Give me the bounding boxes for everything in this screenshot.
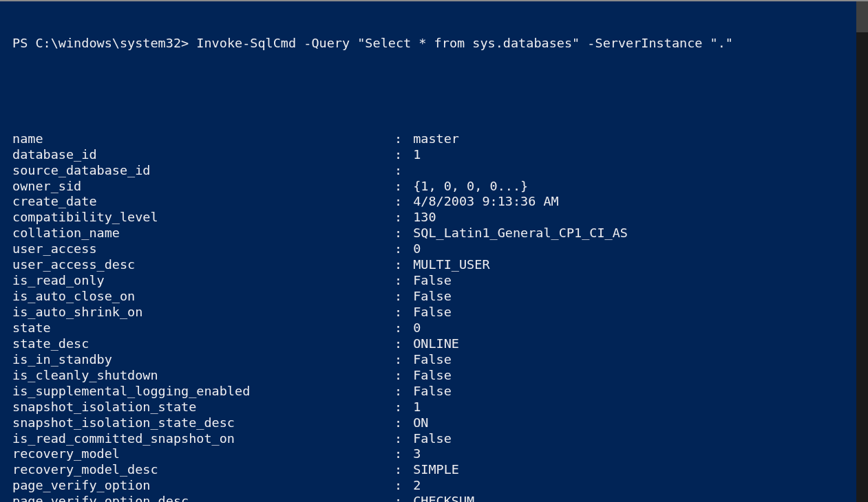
field-separator: :	[394, 462, 405, 478]
field-name: is_auto_close_on	[12, 289, 394, 305]
field-value: 1	[405, 147, 421, 163]
field-separator: :	[394, 131, 405, 147]
field-name: recovery_model	[12, 446, 394, 462]
field-separator: :	[394, 352, 405, 368]
field-name: state	[12, 320, 394, 336]
field-name: database_id	[12, 147, 394, 163]
field-separator: :	[394, 305, 405, 320]
field-separator: :	[394, 179, 405, 195]
prompt-prefix: PS C:\windows\system32>	[12, 36, 189, 50]
field-separator: :	[394, 384, 405, 400]
output-row: name: master	[12, 131, 862, 147]
output-row: is_cleanly_shutdown: False	[12, 368, 862, 384]
field-value: False	[405, 431, 452, 447]
field-name: is_cleanly_shutdown	[12, 368, 394, 384]
field-value: SIMPLE	[405, 462, 459, 478]
field-value: False	[405, 352, 452, 368]
field-name: name	[12, 131, 394, 147]
output-row: is_auto_close_on: False	[12, 289, 862, 305]
field-name: snapshot_isolation_state_desc	[12, 415, 394, 431]
output-row: state: 0	[12, 320, 862, 336]
field-separator: :	[394, 194, 405, 210]
field-separator: :	[394, 446, 405, 462]
field-name: is_supplemental_logging_enabled	[12, 384, 394, 400]
field-name: is_in_standby	[12, 352, 394, 368]
command-text: Invoke-SqlCmd -Query "Select * from sys.…	[196, 36, 733, 50]
field-separator: :	[394, 226, 405, 241]
output-row: database_id: 1	[12, 147, 862, 163]
output-row: snapshot_isolation_state_desc: ON	[12, 415, 862, 431]
output-row: snapshot_isolation_state: 1	[12, 400, 862, 415]
field-name: snapshot_isolation_state	[12, 400, 394, 415]
output-row: collation_name: SQL_Latin1_General_CP1_C…	[12, 226, 862, 241]
field-name: recovery_model_desc	[12, 462, 394, 478]
query-output: name: masterdatabase_id: 1source_databas…	[12, 131, 862, 502]
output-row: page_verify_option: 2	[12, 478, 862, 494]
field-value: 0	[405, 320, 421, 336]
field-separator: :	[394, 147, 405, 163]
field-separator: :	[394, 336, 405, 352]
vertical-scrollbar[interactable]	[856, 1, 868, 502]
output-row: state_desc: ONLINE	[12, 336, 862, 352]
output-row: is_auto_shrink_on: False	[12, 305, 862, 320]
output-row: is_supplemental_logging_enabled: False	[12, 384, 862, 400]
output-row: is_read_only: False	[12, 273, 862, 289]
field-value: 130	[405, 210, 436, 226]
field-separator: :	[394, 415, 405, 431]
field-value: 4/8/2003 9:13:36 AM	[405, 194, 559, 210]
output-row: user_access_desc: MULTI_USER	[12, 257, 862, 273]
field-separator: :	[394, 241, 405, 257]
scrollbar-thumb[interactable]	[856, 1, 868, 32]
field-value: 1	[405, 400, 421, 415]
field-name: is_read_only	[12, 273, 394, 289]
field-name: is_auto_shrink_on	[12, 305, 394, 320]
field-separator: :	[394, 210, 405, 226]
field-separator: :	[394, 431, 405, 447]
output-row: user_access: 0	[12, 241, 862, 257]
field-separator: :	[394, 494, 405, 502]
field-value: False	[405, 384, 452, 400]
field-separator: :	[394, 400, 405, 415]
field-name: owner_sid	[12, 179, 394, 195]
field-value: ONLINE	[405, 336, 459, 352]
field-separator: :	[394, 368, 405, 384]
output-row: page_verify_option_desc: CHECKSUM	[12, 494, 862, 502]
output-row: create_date: 4/8/2003 9:13:36 AM	[12, 194, 862, 210]
command-line: PS C:\windows\system32> Invoke-SqlCmd -Q…	[12, 36, 862, 52]
field-name: user_access_desc	[12, 257, 394, 273]
field-value: ON	[405, 415, 428, 431]
output-row: compatibility_level: 130	[12, 210, 862, 226]
field-name: collation_name	[12, 226, 394, 241]
field-value: False	[405, 368, 452, 384]
field-value: False	[405, 305, 452, 320]
field-separator: :	[394, 273, 405, 289]
field-separator: :	[394, 320, 405, 336]
field-name: is_read_committed_snapshot_on	[12, 431, 394, 447]
field-name: user_access	[12, 241, 394, 257]
field-separator: :	[394, 257, 405, 273]
field-value: SQL_Latin1_General_CP1_CI_AS	[405, 226, 628, 241]
field-separator: :	[394, 289, 405, 305]
field-value: 3	[405, 446, 421, 462]
field-name: compatibility_level	[12, 210, 394, 226]
field-name: page_verify_option_desc	[12, 494, 394, 502]
terminal-output[interactable]: PS C:\windows\system32> Invoke-SqlCmd -Q…	[0, 1, 868, 502]
output-row: recovery_model: 3	[12, 446, 862, 462]
field-name: state_desc	[12, 336, 394, 352]
field-separator: :	[394, 163, 405, 179]
field-value: False	[405, 289, 452, 305]
field-separator: :	[394, 478, 405, 494]
field-value	[405, 163, 413, 179]
output-row: is_read_committed_snapshot_on: False	[12, 431, 862, 447]
output-row: is_in_standby: False	[12, 352, 862, 368]
output-row: owner_sid: {1, 0, 0, 0...}	[12, 179, 862, 195]
field-name: page_verify_option	[12, 478, 394, 494]
field-name: source_database_id	[12, 163, 394, 179]
field-value: 2	[405, 478, 421, 494]
field-value: False	[405, 273, 452, 289]
field-value: master	[405, 131, 459, 147]
field-value: MULTI_USER	[405, 257, 490, 273]
output-row: recovery_model_desc: SIMPLE	[12, 462, 862, 478]
field-value: {1, 0, 0, 0...}	[405, 179, 528, 195]
field-name: create_date	[12, 194, 394, 210]
